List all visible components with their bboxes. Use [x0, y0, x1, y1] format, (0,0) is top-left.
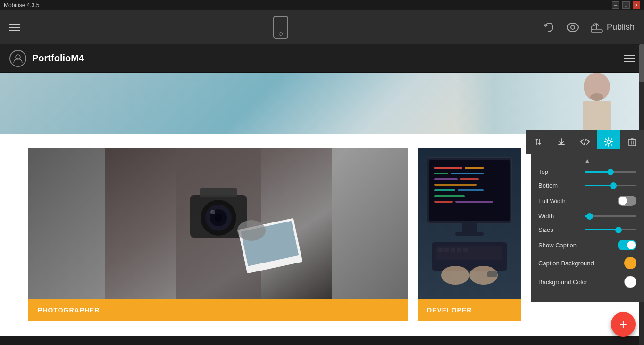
window-controls[interactable]: ─ □ ✕: [612, 1, 640, 9]
close-button[interactable]: ✕: [633, 1, 640, 9]
svg-point-0: [567, 23, 578, 32]
brand-avatar: [9, 50, 26, 67]
svg-rect-32: [434, 172, 448, 174]
bgcolor-setting-row: Background Color: [538, 276, 636, 288]
bgcolor-swatch[interactable]: [624, 276, 636, 288]
fab-label: +: [619, 317, 627, 332]
svg-rect-50: [463, 248, 468, 252]
scrollbar-thumb[interactable]: [639, 44, 644, 82]
minimize-button[interactable]: ─: [612, 1, 619, 9]
svg-rect-34: [434, 178, 458, 180]
site-navbar: PortfolioM4: [0, 44, 644, 73]
svg-point-51: [441, 266, 469, 285]
svg-rect-31: [465, 167, 484, 169]
top-setting-row: Top: [538, 168, 636, 175]
menu-button[interactable]: [9, 24, 20, 31]
svg-point-1: [571, 25, 575, 29]
svg-rect-53: [487, 271, 497, 277]
top-slider[interactable]: [585, 171, 636, 172]
svg-point-7: [590, 93, 603, 101]
svg-rect-11: [629, 140, 636, 146]
title-bar: Mobirise 4.3.5 ─ □ ✕: [0, 0, 644, 10]
bottom-strip: [0, 336, 644, 345]
svg-rect-43: [455, 232, 484, 236]
gear-icon: [604, 137, 613, 147]
main-wrapper: Publish PortfolioM4: [0, 10, 644, 345]
width-slider[interactable]: [585, 215, 636, 217]
fullwidth-setting-row: Full Width: [538, 196, 636, 206]
svg-rect-40: [434, 201, 453, 203]
svg-rect-30: [434, 167, 462, 169]
showcaption-label: Show Caption: [538, 242, 577, 249]
svg-point-26: [237, 220, 266, 241]
toolbar-right: Publish: [542, 21, 635, 34]
svg-point-22: [215, 214, 222, 222]
portfolio-card-photographer: PHOTOGRAPHER: [28, 148, 408, 321]
captionbg-setting-row: Caption Background: [538, 257, 636, 269]
hero-person-image: [455, 73, 644, 134]
showcaption-toggle[interactable]: [618, 240, 636, 250]
upload-icon: [591, 22, 603, 33]
svg-point-23: [210, 210, 215, 214]
width-setting-row: Width: [538, 213, 636, 220]
svg-rect-6: [583, 101, 611, 134]
eye-icon: [566, 23, 579, 32]
showcaption-setting-row: Show Caption: [538, 240, 636, 250]
avatar-icon: [13, 53, 23, 64]
settings-panel: ▲ Top Bottom Full Width W: [531, 149, 644, 302]
mobile-preview-icon[interactable]: [273, 16, 288, 39]
maximize-button[interactable]: □: [622, 1, 630, 9]
photographer-label: PHOTOGRAPHER: [38, 306, 100, 314]
sizes-slider[interactable]: [585, 229, 636, 230]
toolbar-center: [273, 16, 288, 39]
svg-rect-33: [451, 172, 484, 174]
publish-button[interactable]: Publish: [591, 22, 635, 33]
add-block-button[interactable]: +: [611, 312, 636, 337]
bottom-setting-row: Bottom: [538, 182, 636, 189]
site-brand-name: PortfolioM4: [32, 53, 84, 64]
svg-point-10: [607, 140, 611, 144]
sizes-setting-row: Sizes: [538, 226, 636, 233]
svg-rect-38: [458, 189, 484, 191]
undo-button[interactable]: [542, 21, 555, 34]
width-label: Width: [538, 213, 554, 220]
svg-rect-46: [438, 248, 443, 252]
captionbg-label: Caption Background: [538, 260, 594, 267]
svg-rect-37: [434, 189, 455, 191]
svg-rect-47: [444, 248, 449, 252]
top-toolbar: Publish: [0, 10, 644, 44]
bottom-slider[interactable]: [585, 185, 636, 186]
svg-rect-42: [462, 223, 477, 233]
toolbar-left: [9, 24, 20, 31]
publish-label: Publish: [607, 22, 635, 32]
captionbg-swatch[interactable]: [624, 257, 636, 269]
hero-image: [0, 73, 644, 134]
developer-svg: [418, 148, 521, 299]
preview-button[interactable]: [566, 23, 579, 32]
developer-image: [418, 148, 521, 299]
site-menu-button[interactable]: [624, 55, 635, 62]
bottom-label: Bottom: [538, 182, 558, 189]
svg-rect-4: [502, 73, 644, 134]
svg-rect-36: [434, 184, 477, 186]
portfolio-card-developer: DEVELOPER: [418, 148, 521, 321]
svg-rect-41: [455, 201, 493, 203]
photographer-caption: PHOTOGRAPHER: [28, 299, 408, 321]
svg-rect-48: [451, 248, 455, 252]
code-icon: [580, 139, 590, 145]
photographer-svg: [105, 148, 332, 299]
svg-line-9: [584, 139, 586, 145]
download-icon: [557, 138, 566, 146]
fullwidth-toggle[interactable]: [618, 196, 636, 206]
photographer-image: [28, 148, 408, 299]
sizes-label: Sizes: [538, 226, 553, 233]
trash-icon: [628, 138, 636, 146]
svg-rect-2: [591, 30, 602, 32]
site-brand: PortfolioM4: [9, 50, 84, 67]
svg-rect-8: [558, 144, 565, 145]
undo-icon: [542, 21, 555, 34]
svg-rect-35: [460, 178, 479, 180]
svg-rect-18: [200, 188, 237, 197]
svg-rect-49: [457, 248, 461, 252]
app-title: Mobirise 4.3.5: [4, 2, 39, 8]
